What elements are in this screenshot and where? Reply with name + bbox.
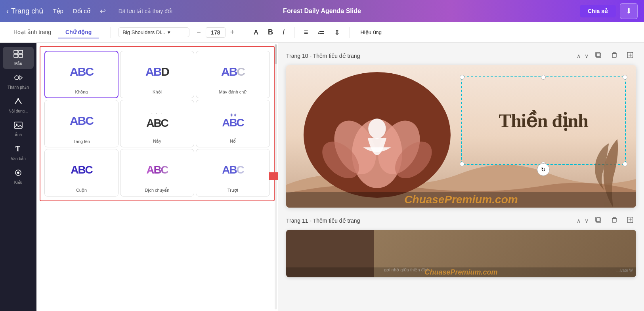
anim-card-khoi[interactable]: ABD Khối: [120, 51, 194, 98]
slide-11-title: Trang 11 - Thêm tiêu đề trang: [286, 218, 572, 224]
handle-tr[interactable]: [623, 75, 627, 80]
italic-icon: I: [283, 28, 285, 36]
anh-icon: [13, 121, 23, 131]
bold-button[interactable]: B: [266, 27, 275, 38]
anim-card-truot[interactable]: ABC Trượt: [196, 149, 270, 197]
kieu-icon: [13, 169, 23, 179]
sidebar-item-van-ban-label: Văn bản: [11, 156, 26, 161]
anim-label-may-danh-chu: Máy đánh chữ: [219, 90, 247, 95]
slide-11-delete[interactable]: [608, 216, 620, 226]
right-actions: Chia sẻ ⬇: [580, 3, 638, 19]
svg-rect-7: [14, 122, 22, 128]
list-button[interactable]: ≔: [315, 27, 327, 38]
animation-panel: ABC Không ABD Khối ABC Máy đánh chữ: [36, 43, 278, 311]
font-selector[interactable]: Big Shoulders Di... ▾: [118, 27, 189, 37]
align-button[interactable]: ≡: [302, 27, 311, 38]
slide-11-up[interactable]: ∧: [577, 218, 581, 224]
anim-preview-nay: · · · ABC: [146, 105, 168, 136]
slide-11-copy[interactable]: [592, 216, 604, 226]
font-size-decrease[interactable]: −: [194, 27, 203, 37]
mau-icon: [13, 50, 23, 60]
sidebar-item-mau[interactable]: Mẫu: [3, 47, 34, 69]
sidebar-item-anh[interactable]: Ảnh: [3, 118, 34, 140]
sidebar-item-thanh-phan[interactable]: Thành phần: [3, 71, 34, 93]
slide-10-actions: ∧ ∨: [577, 51, 636, 61]
slide-11-actions: ∧ ∨: [577, 216, 636, 226]
anim-card-dich-chuyen[interactable]: ABC Dịch chuyển: [120, 149, 194, 197]
sidebar-item-noi-dung[interactable]: Nội dung...: [3, 94, 34, 116]
anim-label-khoi: Khối: [153, 90, 162, 95]
anim-card-nay[interactable]: · · · ABC Nảy: [120, 100, 194, 147]
anim-preview-khong: ABC: [70, 56, 93, 87]
anim-label-dich-chuyen: Dịch chuyển: [145, 188, 170, 193]
slide-11-down[interactable]: ∨: [585, 218, 589, 224]
handle-tl[interactable]: [460, 75, 464, 80]
bold-icon: B: [268, 28, 273, 36]
svg-marker-5: [20, 76, 22, 80]
handle-bl[interactable]: [460, 162, 464, 166]
anim-preview-may-danh-chu: ABC: [221, 56, 245, 87]
toolbar-tabs: Hoạt ảnh trang Chữ động: [6, 27, 99, 38]
tab-hoat-anh-trang[interactable]: Hoạt ảnh trang: [6, 27, 58, 38]
anim-card-may-danh-chu[interactable]: ABC Máy đánh chữ: [196, 51, 270, 98]
spacing-button[interactable]: ⇕: [332, 27, 342, 38]
slide-10-down[interactable]: ∨: [585, 53, 589, 59]
slide-canvas-10: Thiền định ↻ ChuasePremium.com: [286, 65, 636, 208]
animation-grid: ABC Không ABD Khối ABC Máy đánh chữ: [40, 46, 275, 201]
svg-text:T: T: [15, 145, 20, 153]
slide-10-up[interactable]: ∧: [577, 53, 581, 59]
main-layout: Mẫu Thành phần Nội dung... Ảnh T Văn bản: [0, 43, 644, 311]
font-size-increase[interactable]: +: [228, 27, 237, 37]
sidebar-item-van-ban[interactable]: T Văn bản: [3, 142, 34, 164]
file-menu[interactable]: Tệp: [53, 8, 63, 15]
svg-marker-12: [269, 169, 278, 183]
font-name: Big Shoulders Di...: [122, 29, 165, 35]
arrow-indicator: [269, 169, 278, 185]
anim-label-cuon: Cuộn: [76, 188, 87, 193]
anim-label-no: Nổ: [230, 139, 236, 144]
noi-dung-icon: [13, 97, 23, 107]
scrollbar-thumb[interactable]: [275, 44, 277, 64]
slide-10-add[interactable]: [624, 51, 636, 61]
anim-card-no[interactable]: ✦ ✦ ABC Nổ: [196, 100, 270, 147]
anim-card-tang-len[interactable]: ABC Tăng lên: [44, 100, 118, 147]
back-icon: ‹: [6, 7, 9, 15]
svg-rect-3: [19, 54, 23, 57]
effects-button[interactable]: Hiệu ứng: [357, 28, 385, 37]
font-size-input[interactable]: [206, 27, 225, 38]
back-button[interactable]: ‹ Trang chủ: [6, 7, 43, 15]
underline-color-button[interactable]: A: [251, 27, 261, 38]
anim-preview-dich-chuyen: ABC: [146, 154, 168, 185]
share-button[interactable]: Chia sẻ: [580, 5, 616, 17]
anim-label-truot: Trượt: [227, 188, 238, 193]
slide-10-copy[interactable]: [592, 51, 604, 61]
italic-button[interactable]: I: [280, 27, 287, 38]
anim-card-khong[interactable]: ABC Không: [44, 51, 118, 98]
underline-a-icon: A: [254, 29, 258, 36]
svg-rect-15: [612, 53, 616, 57]
anim-preview-tang-len: ABC: [70, 105, 93, 137]
tab-chu-dong[interactable]: Chữ động: [58, 27, 99, 38]
home-label: Trang chủ: [11, 7, 43, 15]
sidebar-item-mau-label: Mẫu: [14, 61, 22, 66]
sidebar-item-thanh-phan-label: Thành phần: [8, 85, 29, 90]
rotation-handle[interactable]: ↻: [537, 163, 550, 176]
svg-rect-2: [14, 54, 18, 57]
undo-icon[interactable]: ↩: [100, 7, 106, 15]
anim-preview-khoi: ABD: [145, 56, 169, 87]
anim-card-cuon[interactable]: ABC Cuộn: [44, 149, 118, 197]
download-button[interactable]: ⬇: [620, 3, 638, 19]
resize-menu[interactable]: Đổi cỡ: [73, 8, 90, 15]
slide-header-10: Trang 10 - Thêm tiêu đề trang ∧ ∨: [286, 51, 636, 61]
slide-11-add[interactable]: [624, 216, 636, 226]
svg-rect-27: [612, 218, 616, 222]
font-size-control: − +: [194, 27, 237, 38]
anim-label-nay: Nảy: [153, 139, 161, 144]
anim-preview-cuon: ABC: [71, 154, 92, 185]
handle-tm[interactable]: [541, 75, 546, 80]
slide-10-delete[interactable]: [608, 51, 620, 61]
divider-2: [244, 27, 244, 38]
save-status: Đã lưu tất cả thay đổi: [118, 8, 172, 14]
sidebar-item-kieu-label: Kiểu: [14, 180, 22, 185]
sidebar-item-kieu[interactable]: Kiểu: [3, 166, 34, 188]
